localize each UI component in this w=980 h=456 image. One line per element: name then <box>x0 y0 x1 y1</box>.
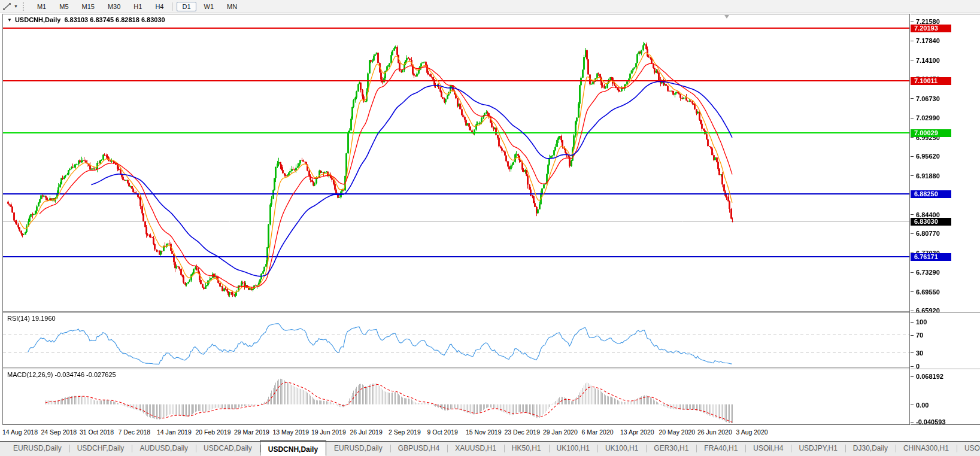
tick-text: 0.00 <box>916 402 929 409</box>
tick-dash <box>911 311 914 311</box>
line-tool-icon[interactable] <box>2 2 12 11</box>
tick-dash <box>911 291 914 292</box>
tick-dash <box>911 22 914 22</box>
date-label: 14 Aug 2018 <box>2 428 38 436</box>
current-price-badge: 6.83030 <box>911 218 951 226</box>
rsi-label: RSI(14) 19.1960 <box>7 315 56 322</box>
chart-tab-bar: EURUSD,DailyUSDCHF,DailyAUDUSD,DailyUSDC… <box>0 441 980 456</box>
price-tick-label: 6.95620 <box>911 153 940 160</box>
timeframe-button-m5[interactable]: M5 <box>54 2 74 11</box>
tick-dash <box>911 156 914 157</box>
timeframe-button-h4[interactable]: H4 <box>150 2 169 11</box>
timeframe-button-d1[interactable]: D1 <box>177 2 196 11</box>
rsi-panel[interactable]: RSI(14) 19.1960 <box>3 313 909 367</box>
tab-usdjpy-h1[interactable]: USDJPY,H1 <box>791 442 845 456</box>
date-label: 6 Mar 2020 <box>582 428 614 436</box>
cursor-tool-group[interactable]: ▼ <box>0 0 20 13</box>
chart-shift-marker[interactable] <box>724 15 729 19</box>
price-tick-label: -0.040593 <box>911 418 946 425</box>
tab-usdchf-daily[interactable]: USDCHF,Daily <box>69 442 132 456</box>
axis-separator <box>911 369 980 369</box>
price-tick-label: 7.14100 <box>911 57 940 64</box>
timeframe-button-mn[interactable]: MN <box>222 2 242 11</box>
tab-usdcnh-daily[interactable]: USDCNH,Daily <box>260 440 326 456</box>
tab-china300-h1[interactable]: CHINA300,H1 <box>896 442 957 456</box>
price-tick-label: 70 <box>911 332 923 339</box>
tick-text: 70 <box>916 332 923 339</box>
chart-window: ▼ USDCNH,Daily 6.83103 6.83745 6.82818 6… <box>2 14 910 425</box>
tick-dash <box>911 175 914 176</box>
tick-text: 7.17840 <box>916 37 940 44</box>
tick-dash <box>911 405 914 405</box>
price-chart-panel[interactable]: ▼ USDCNH,Daily 6.83103 6.83745 6.82818 6… <box>3 14 909 311</box>
tab-eurusd-daily[interactable]: EURUSD,Daily <box>5 442 69 456</box>
tick-text: 6.80770 <box>916 230 940 237</box>
tab-hk50-h1[interactable]: HK50,H1 <box>504 442 549 456</box>
timeframe-button-w1[interactable]: W1 <box>199 2 220 11</box>
tick-dash <box>911 233 914 234</box>
toolbar: ▼ M1M5M15M30H1H4D1W1MN <box>0 0 980 13</box>
price-tick-label: 7.02990 <box>911 114 940 121</box>
price-tick-label: 6.65920 <box>911 307 940 314</box>
price-tick-label: 7.17840 <box>911 37 940 44</box>
chart-collapse-caret-icon[interactable]: ▼ <box>7 17 12 23</box>
timeframe-buttons: M1M5M15M30H1H4D1W1MN <box>31 0 244 13</box>
tab-ger30-h1[interactable]: GER30,H1 <box>646 442 696 456</box>
chart-title: ▼ USDCNH,Daily 6.83103 6.83745 6.82818 6… <box>7 16 165 23</box>
tick-text: 30 <box>916 349 923 357</box>
price-tick-label: 6.73290 <box>911 269 940 276</box>
time-axis[interactable]: 14 Aug 201824 Sep 201831 Oct 20187 Dec 2… <box>0 426 980 440</box>
tick-dash <box>911 60 914 60</box>
tick-dash <box>911 322 914 323</box>
tab-gbpusd-h4[interactable]: GBPUSD,H4 <box>390 442 447 456</box>
macd-canvas[interactable] <box>3 369 909 424</box>
tab-dj30-daily[interactable]: DJ30,Daily <box>845 442 896 456</box>
tab-eurusd-daily[interactable]: EURUSD,Daily <box>326 442 390 456</box>
date-label: 13 May 2019 <box>273 428 310 436</box>
tick-dash <box>911 41 914 41</box>
tick-text: 6.91880 <box>916 172 940 180</box>
date-label: 20 May 2020 <box>659 428 696 436</box>
tab-fra40-h1[interactable]: FRA40,H1 <box>696 442 745 456</box>
date-label: 29 Jan 2020 <box>543 428 578 436</box>
tick-text: 6.69550 <box>916 288 940 296</box>
date-label: 31 Oct 2018 <box>80 428 114 436</box>
tab-usoil-h1[interactable]: USOil,H1 <box>957 442 980 456</box>
tick-dash <box>911 366 914 367</box>
timeframe-button-m30[interactable]: M30 <box>102 2 126 11</box>
tick-dash <box>911 335 914 336</box>
price-tick-label: 0.00 <box>911 402 929 409</box>
price-tick-label: 7.06730 <box>911 95 940 102</box>
tab-usdcad-daily[interactable]: USDCAD,Daily <box>196 442 260 456</box>
date-label: 14 Jan 2019 <box>157 428 192 436</box>
tab-usoil-h4[interactable]: USOil,H4 <box>745 442 791 456</box>
tab-uk100-h1[interactable]: UK100,H1 <box>597 442 646 456</box>
tab-xauusd-h1[interactable]: XAUUSD,H1 <box>447 442 504 456</box>
price-axis[interactable]: 7.215807.178407.141007.104707.067307.029… <box>911 14 980 425</box>
date-label: 13 Apr 2020 <box>620 428 654 436</box>
timeframe-button-m1[interactable]: M1 <box>32 2 51 11</box>
tick-dash <box>911 118 914 118</box>
macd-panel[interactable]: MACD(12,26,9) -0.034746 -0.027625 <box>3 369 909 424</box>
tick-text: 6.95620 <box>916 153 940 160</box>
price-tick-label: 100 <box>911 318 927 326</box>
tick-text: 7.02990 <box>916 114 940 121</box>
tick-dash <box>911 422 914 422</box>
level-price-badge: 6.76171 <box>911 253 951 261</box>
tool-dropdown-caret-icon[interactable]: ▼ <box>14 4 18 8</box>
price-tick-label: 6.80770 <box>911 230 940 237</box>
price-chart-canvas[interactable] <box>3 14 909 311</box>
tab-uk100-h1[interactable]: UK100,H1 <box>549 442 597 456</box>
timeframe-button-m15[interactable]: M15 <box>77 2 100 11</box>
tab-audusd-daily[interactable]: AUDUSD,Daily <box>132 442 196 456</box>
price-tick-label: 6.69550 <box>911 288 940 296</box>
toolbar-divider <box>172 2 173 11</box>
date-label: 7 Dec 2018 <box>119 428 151 436</box>
date-label: 26 Jul 2019 <box>350 428 383 436</box>
timeframe-button-h1[interactable]: H1 <box>128 2 147 11</box>
rsi-canvas[interactable] <box>3 313 909 367</box>
date-label: 3 Aug 2020 <box>736 428 768 436</box>
date-label: 2 Sep 2019 <box>389 428 421 436</box>
tick-dash <box>911 352 914 353</box>
toolbar-grip-handle[interactable] <box>23 2 27 11</box>
